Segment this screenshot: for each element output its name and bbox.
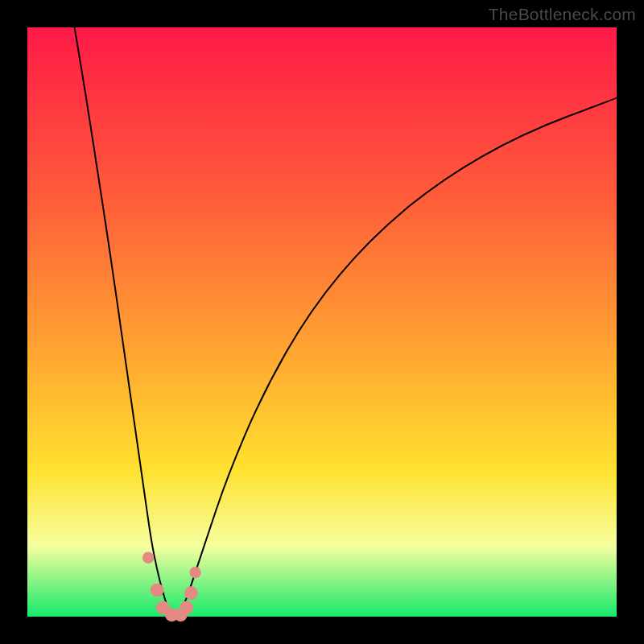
plot-area <box>27 27 617 617</box>
marker-dot <box>189 567 200 578</box>
marker-group <box>142 552 201 622</box>
marker-dot <box>151 584 164 597</box>
marker-dot <box>180 601 193 615</box>
marker-dot <box>142 552 154 564</box>
bottleneck-curve <box>75 27 617 615</box>
marker-dot <box>184 586 198 600</box>
chart-frame: TheBottleneck.com <box>0 0 644 644</box>
watermark-text: TheBottleneck.com <box>489 5 636 24</box>
curve-layer <box>27 27 617 617</box>
